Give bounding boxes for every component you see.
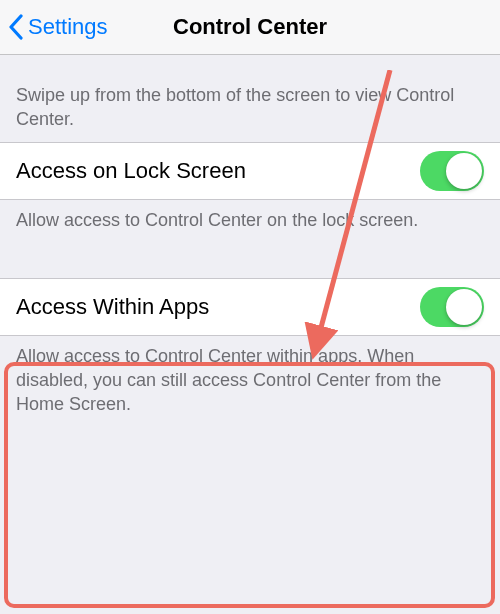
page-title: Control Center [173,14,327,40]
nav-bar: Settings Control Center [0,0,500,55]
cell-access-lock-screen: Access on Lock Screen [0,142,500,200]
spacer [0,246,500,278]
cell-label: Access Within Apps [16,294,209,320]
back-label: Settings [28,14,108,40]
switch-knob [446,289,482,325]
back-button[interactable]: Settings [8,14,108,40]
cell-access-within-apps: Access Within Apps [0,278,500,336]
switch-access-within-apps[interactable] [420,287,484,327]
switch-access-lock-screen[interactable] [420,151,484,191]
chevron-left-icon [8,14,24,40]
switch-knob [446,153,482,189]
section-footer: Allow access to Control Center on the lo… [0,200,500,246]
section-footer: Allow access to Control Center within ap… [0,336,500,431]
section-header: Swipe up from the bottom of the screen t… [0,55,500,142]
cell-label: Access on Lock Screen [16,158,246,184]
